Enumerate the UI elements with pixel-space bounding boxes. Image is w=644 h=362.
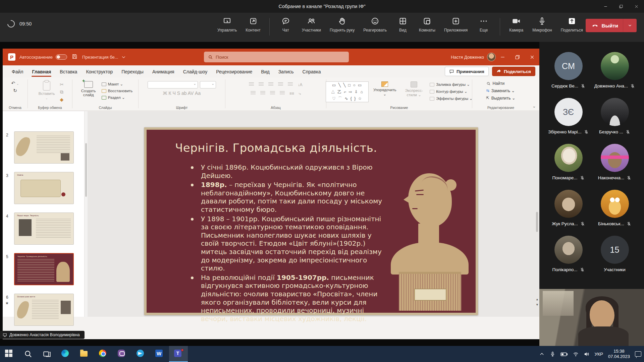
toolbar-button[interactable]: Участники xyxy=(302,17,321,33)
taskbar-app-button[interactable] xyxy=(113,346,131,362)
participant-tile[interactable]: Полікарпо... xyxy=(545,233,591,279)
save-button[interactable] xyxy=(72,54,77,61)
battery-icon[interactable] xyxy=(560,351,568,357)
taskbar-app-button[interactable] xyxy=(94,346,113,362)
shapes-gallery[interactable]: ▭ ╲ ╲ □ ○ ▭ △ 乙 ⌐ ⇨ ⇩ ⌂ ♡ ⌒ ∿ { } ☆ xyxy=(326,81,369,102)
search-box[interactable] xyxy=(204,52,349,62)
format-painter-button[interactable]: ◆ xyxy=(60,97,64,102)
slide-thumbnail[interactable] xyxy=(14,131,74,164)
slide-thumbnail-row[interactable]: 6 ★ Останні роки життя xyxy=(3,294,85,326)
slide-bullet-list[interactable]: У січні 1896р. Коцюбинський одружився з … xyxy=(187,163,388,324)
toolbar-button[interactable]: Вид xyxy=(395,17,410,33)
ribbon-tab[interactable]: Справка xyxy=(298,66,325,77)
comments-button[interactable]: Примечания xyxy=(445,67,489,76)
slide-bullet[interactable]: 1898р. – переїхав у Чернігів. Як «політи… xyxy=(187,181,388,214)
ribbon-tab[interactable]: Анимация xyxy=(148,66,179,77)
next-slide-button[interactable]: ▼ xyxy=(536,303,539,306)
copy-button[interactable]: ⧉ xyxy=(60,89,63,95)
action-center-icon[interactable] xyxy=(635,351,641,357)
undo-button[interactable]: ↶ ⌄ xyxy=(11,80,19,86)
font-name-combo[interactable] xyxy=(148,81,198,88)
leave-button[interactable]: Выйти xyxy=(586,19,637,32)
leave-options-chevron-icon[interactable] xyxy=(623,23,637,28)
smartart-button[interactable]: ⤷ xyxy=(299,91,301,96)
ppt-close-button[interactable] xyxy=(525,49,539,65)
clock[interactable]: 15:38 07.04.2023 xyxy=(608,349,630,359)
participant-tile[interactable]: Безручко ... xyxy=(592,95,638,141)
indent-decrease-button[interactable] xyxy=(268,82,273,86)
align-left-button[interactable] xyxy=(251,91,256,95)
ribbon-tab[interactable]: Конструктор xyxy=(82,66,117,77)
shape-outline-button[interactable]: Контур фигуры ⌄ xyxy=(430,89,467,94)
close-button[interactable] xyxy=(629,0,644,13)
line-spacing-button[interactable] xyxy=(288,82,293,86)
ribbon-tab[interactable]: Переходы xyxy=(117,66,148,77)
slide[interactable]: Чернігів. Громадська діяльність. У січні… xyxy=(144,127,478,315)
hidden-icons-chevron-icon[interactable] xyxy=(539,351,545,357)
toolbar-button[interactable]: Поднять руку xyxy=(330,17,355,33)
participant-tile[interactable]: CM Сердюк Ве... xyxy=(545,49,591,95)
ribbon-tab[interactable]: Вид xyxy=(257,66,274,77)
participant-tile[interactable]: ЗЄ Збіренко Марі... xyxy=(545,95,591,141)
taskbar-app-button[interactable] xyxy=(131,346,150,362)
volume-icon[interactable] xyxy=(584,351,589,357)
ribbon-tab[interactable]: Файл xyxy=(7,66,28,77)
toolbar-button[interactable]: Реагировать xyxy=(363,17,387,33)
slide-thumbnail[interactable]: Останні роки життя xyxy=(14,294,74,326)
numbering-button[interactable] xyxy=(259,82,264,86)
layout-button[interactable]: Макет ⌄ xyxy=(102,82,123,86)
previous-slide-button[interactable]: ▲ xyxy=(536,298,539,301)
minimize-button[interactable] xyxy=(598,0,613,13)
toolbar-button[interactable]: Камера xyxy=(509,17,524,33)
slide-thumbnail[interactable]: Освіта xyxy=(14,172,74,204)
redo-button[interactable]: ↻ xyxy=(13,88,17,93)
slide-bullet[interactable]: На революційні події 1905-1907рр. письме… xyxy=(187,274,388,323)
taskbar-app-button[interactable] xyxy=(38,346,56,362)
ribbon-tab[interactable]: Слайд-шоу xyxy=(179,66,212,77)
taskbar-app-button[interactable] xyxy=(56,346,75,362)
font-buttons[interactable]: Ж К Ч S ab AV Аа xyxy=(163,90,201,96)
paste-button[interactable]: Вставить ⌄ xyxy=(36,81,57,102)
ribbon-tab[interactable]: Рецензирование xyxy=(212,66,257,77)
slide-thumbnail[interactable]: Перші твори. Творчість xyxy=(14,213,74,245)
participant-tile[interactable]: 15 Участники xyxy=(592,233,638,279)
justify-button[interactable] xyxy=(280,91,285,95)
toolbar-button[interactable]: Управлять xyxy=(217,17,237,33)
maximize-button[interactable] xyxy=(613,0,629,13)
columns-button[interactable]: ≡≡ xyxy=(289,91,294,96)
taskbar-app-button[interactable]: W xyxy=(150,346,169,362)
section-button[interactable]: Раздел ⌄ xyxy=(102,95,125,100)
toolbar-button[interactable]: Поделиться xyxy=(561,17,583,33)
toolbar-button[interactable]: Комнаты xyxy=(419,17,435,33)
toolbar-button[interactable]: Контент xyxy=(246,17,260,33)
autosave-control[interactable]: Автосохранение xyxy=(19,54,67,60)
shape-effects-button[interactable]: Эффекты фигуры ⌄ xyxy=(430,96,473,101)
quick-styles-button[interactable]: Экспресс-стили ⌄ xyxy=(401,81,427,102)
replace-button[interactable]: ⇆Заменить ⌄ xyxy=(486,88,515,93)
font-size-combo[interactable] xyxy=(200,81,216,88)
account-chip[interactable]: Настя Довженко xyxy=(451,49,496,65)
slide-title[interactable]: Чернігів. Громадська діяльність. xyxy=(175,141,377,155)
toolbar-button[interactable]: Еще xyxy=(476,17,491,33)
wifi-icon[interactable] xyxy=(573,351,579,357)
toolbar-button[interactable]: Микрофон xyxy=(532,17,552,33)
ppt-share-button[interactable]: Поделиться xyxy=(492,67,535,76)
new-slide-button[interactable]: Создать слайд xyxy=(78,81,99,100)
cut-button[interactable]: ✂ xyxy=(60,82,64,87)
canvas-scrollbar[interactable]: ▲ ▼ xyxy=(535,111,539,317)
slide-bullet[interactable]: У 1898 – 1901рр. Коцюбинський пише різно… xyxy=(187,215,388,273)
autosave-toggle[interactable] xyxy=(56,54,67,60)
document-title[interactable]: Презентация бе... xyxy=(82,54,126,60)
search-input[interactable] xyxy=(216,55,330,60)
toolbar-button[interactable]: Приложения xyxy=(444,17,468,33)
participant-tile[interactable]: Пономаре... xyxy=(545,141,591,187)
find-button[interactable]: Найти xyxy=(486,81,505,86)
ribbon-collapse-chevron-icon[interactable]: ⌄ xyxy=(532,104,536,109)
language-indicator[interactable]: УКР xyxy=(594,352,603,357)
taskbar-app-button[interactable] xyxy=(19,346,38,362)
ribbon-tab[interactable]: Запись xyxy=(274,66,298,77)
thumbnail-scrollbar[interactable] xyxy=(85,111,88,317)
taskbar-app-button[interactable]: T xyxy=(169,346,188,362)
shape-fill-button[interactable]: Заливка фигуры ⌄ xyxy=(430,82,470,87)
participant-tile[interactable]: Довженко Ана... xyxy=(592,49,638,95)
